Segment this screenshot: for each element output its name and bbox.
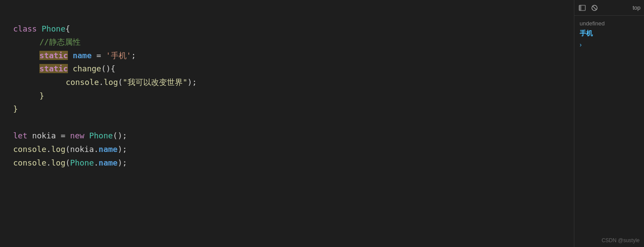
keyword-static-1: static xyxy=(39,51,68,60)
equals: = xyxy=(92,51,106,60)
code-block: class Phone{ //静态属性 static name = '手机'; … xyxy=(13,9,561,183)
right-panel: top undefined 手机 › CSDN @sustyle xyxy=(574,0,644,247)
log-2: log xyxy=(51,145,66,154)
prop-name-2: name xyxy=(99,158,117,167)
paren-close-1: ); xyxy=(188,78,197,87)
dot-2: . xyxy=(46,145,51,154)
svg-line-3 xyxy=(593,6,597,10)
paren-close-2: ); xyxy=(117,145,127,154)
dot-phone: . xyxy=(94,158,99,167)
class-name: Phone xyxy=(42,24,65,33)
undefined-value: undefined xyxy=(580,20,639,27)
semicolon-1: ; xyxy=(131,51,136,60)
keyword-let: let xyxy=(13,131,32,140)
keyword-static-2: static xyxy=(39,64,68,73)
paren-1: ( xyxy=(118,78,123,87)
console-value: 手机 xyxy=(580,29,639,38)
string-chinese: "我可以改变世界" xyxy=(123,78,188,87)
method-change: change xyxy=(73,64,101,73)
prop-name-1: name xyxy=(99,145,117,154)
keyword-name: name xyxy=(73,51,92,60)
space xyxy=(68,64,73,73)
keyword-new: new xyxy=(70,131,89,140)
var-nokia: nokia = xyxy=(32,131,70,140)
dot-1: . xyxy=(99,78,104,87)
paren-2: (nokia. xyxy=(65,145,99,154)
brace-close-method: } xyxy=(39,91,44,100)
sidebar-toggle-icon[interactable] xyxy=(578,4,587,12)
keyword-class: class xyxy=(13,24,42,33)
paren-close-3: ); xyxy=(117,158,127,167)
console-3: console xyxy=(13,158,46,167)
paren-new: (); xyxy=(113,131,127,140)
code-panel: class Phone{ //静态属性 static name = '手机'; … xyxy=(0,0,574,247)
paren-method: (){ xyxy=(101,64,116,73)
console-1: console xyxy=(66,78,99,87)
paren-3: ( xyxy=(65,158,70,167)
class-name-2: Phone xyxy=(89,131,113,140)
block-icon[interactable] xyxy=(590,4,599,12)
log-1: log xyxy=(104,78,118,87)
watermark: CSDN @sustyle xyxy=(602,237,640,243)
comment: //静态属性 xyxy=(39,37,81,46)
name-prop xyxy=(68,51,73,60)
brace-open: { xyxy=(65,24,70,33)
brace-close-class: } xyxy=(13,104,18,113)
dot-3: . xyxy=(46,158,51,167)
console-output: undefined 手机 › xyxy=(574,16,644,247)
top-label: top xyxy=(633,4,640,11)
devtools-toolbar: top xyxy=(574,0,644,16)
expand-arrow[interactable]: › xyxy=(580,41,639,48)
class-name-3: Phone xyxy=(70,158,94,167)
string-value: '手机' xyxy=(106,51,131,60)
console-2: console xyxy=(13,145,46,154)
log-3: log xyxy=(51,158,66,167)
svg-rect-1 xyxy=(579,5,581,11)
